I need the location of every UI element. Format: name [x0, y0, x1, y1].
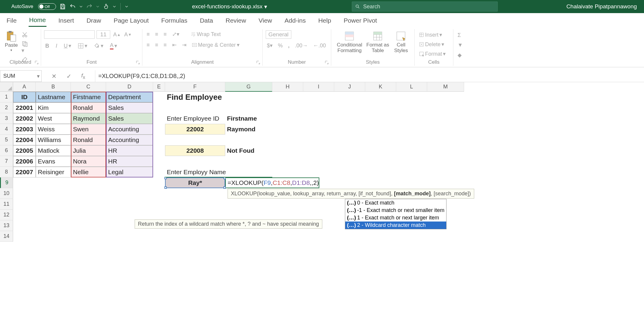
- cell-F4[interactable]: 22002: [165, 124, 225, 135]
- copy-icon[interactable]: ▾: [21, 40, 28, 54]
- cell-A3[interactable]: 22002: [13, 113, 36, 124]
- autocomplete-item[interactable]: (…)2 - Wildcard character match: [345, 222, 446, 229]
- underline-button[interactable]: U ▾: [63, 42, 72, 50]
- indent-decrease-icon[interactable]: ⇤: [171, 41, 178, 49]
- accounting-format-icon[interactable]: $▾: [266, 42, 274, 49]
- autosum-icon[interactable]: Σ: [456, 32, 462, 39]
- cell-C1[interactable]: Firstname: [71, 92, 106, 102]
- cell-C6[interactable]: Julia: [71, 145, 106, 156]
- tab-addins[interactable]: Add-ins: [284, 15, 306, 26]
- cell-D2[interactable]: Sales: [106, 102, 153, 113]
- bold-button[interactable]: B: [44, 42, 50, 50]
- formula-input[interactable]: =XLOOKUP(F9,C1:C8,D1:D8,,2): [95, 70, 644, 82]
- cell-B2[interactable]: Kim: [36, 102, 71, 113]
- select-all-button[interactable]: [0, 82, 13, 92]
- italic-button[interactable]: I: [55, 42, 58, 50]
- cell-A4[interactable]: 22003: [13, 124, 36, 135]
- tab-file[interactable]: File: [6, 15, 17, 26]
- col-header-A[interactable]: A: [13, 82, 36, 92]
- cell-A1[interactable]: ID: [13, 92, 36, 102]
- cell-A8[interactable]: 22007: [13, 167, 36, 177]
- cell-G9-editing[interactable]: =XLOOKUP(F9,C1:C8,D1:D8,,2): [225, 177, 319, 188]
- row-header-11[interactable]: 11: [0, 199, 13, 210]
- chevron-down-icon[interactable]: ▾: [37, 73, 40, 79]
- orientation-icon[interactable]: ⤢▾: [171, 30, 181, 38]
- col-header-I[interactable]: I: [303, 82, 334, 92]
- wrap-text-button[interactable]: Wrap Text: [189, 31, 222, 38]
- dialog-launcher-icon[interactable]: [324, 60, 329, 65]
- conditional-formatting-button[interactable]: Conditional Formatting: [334, 30, 365, 53]
- cut-icon[interactable]: [21, 32, 28, 38]
- file-name[interactable]: excel-functions-xlookup.xlsx ▾: [192, 3, 267, 10]
- tab-review[interactable]: Review: [225, 15, 247, 26]
- tab-data[interactable]: Data: [199, 15, 214, 26]
- cell-A2[interactable]: 22001: [13, 102, 36, 113]
- fx-icon[interactable]: fx: [81, 72, 85, 80]
- cell-C5[interactable]: Ronald: [71, 135, 106, 145]
- enter-formula-icon[interactable]: ✓: [66, 73, 71, 80]
- cell-D5[interactable]: Accounting: [106, 135, 153, 145]
- chevron-down-icon[interactable]: [96, 3, 99, 10]
- cell-F6[interactable]: 22008: [165, 145, 225, 156]
- col-header-K[interactable]: K: [365, 82, 396, 92]
- comma-format-icon[interactable]: ,: [287, 42, 291, 49]
- autocomplete-item[interactable]: (…)0 - Exact match: [345, 199, 446, 207]
- tab-draw[interactable]: Draw: [86, 15, 102, 26]
- align-center-icon[interactable]: ≡: [154, 41, 160, 49]
- name-box[interactable]: SUM ▾: [0, 70, 42, 82]
- autocomplete-item[interactable]: (…)-1 - Exact match or next smaller item: [345, 207, 446, 214]
- decrease-decimal-icon[interactable]: ←.00: [312, 42, 327, 49]
- tab-power-pivot[interactable]: Power Pivot: [343, 15, 378, 26]
- col-header-G[interactable]: G: [225, 82, 272, 92]
- increase-decimal-icon[interactable]: .00→: [294, 42, 309, 49]
- merge-center-button[interactable]: Merge & Center ▾: [191, 41, 241, 49]
- redo-icon[interactable]: [86, 3, 93, 10]
- autocomplete-item[interactable]: (…)1 - Exact match or next larger item: [345, 214, 446, 222]
- align-left-icon[interactable]: ≡: [145, 41, 151, 49]
- format-as-table-button[interactable]: Format as Table: [366, 30, 390, 53]
- saved-dropdown-icon[interactable]: ▾: [264, 3, 267, 10]
- row-header-5[interactable]: 5: [0, 135, 13, 145]
- row-header-13[interactable]: 13: [0, 220, 13, 231]
- tab-help[interactable]: Help: [318, 15, 332, 26]
- paste-button[interactable]: Paste ▾: [3, 30, 20, 52]
- enter-name-label[interactable]: Enter Employy Name: [165, 167, 254, 177]
- col-header-L[interactable]: L: [396, 82, 427, 92]
- grow-font-icon[interactable]: A▴: [112, 31, 121, 38]
- col-header-M[interactable]: M: [427, 82, 464, 92]
- col-header-D[interactable]: D: [106, 82, 153, 92]
- fill-color-button[interactable]: ▾: [93, 42, 105, 50]
- font-size-select[interactable]: 11: [97, 30, 110, 39]
- delete-cells-button[interactable]: Delete ▾: [418, 40, 445, 48]
- align-right-icon[interactable]: ≡: [162, 41, 168, 49]
- cell-G4[interactable]: Raymond: [225, 124, 272, 135]
- row-header-2[interactable]: 2: [0, 102, 13, 113]
- dialog-launcher-icon[interactable]: [34, 60, 39, 65]
- chevron-down-icon[interactable]: [113, 3, 116, 10]
- cell-B1[interactable]: Lastname: [36, 92, 71, 102]
- align-top-icon[interactable]: ≡: [145, 31, 151, 38]
- cell-A6[interactable]: 22005: [13, 145, 36, 156]
- undo-icon[interactable]: [69, 3, 76, 10]
- cell-C4[interactable]: Swen: [71, 124, 106, 135]
- cancel-formula-icon[interactable]: ✕: [52, 73, 57, 80]
- cell-A5[interactable]: 22004: [13, 135, 36, 145]
- grid[interactable]: IDLastnameFirstnameDepartment22001KimRon…: [13, 92, 644, 247]
- chevron-down-icon[interactable]: [79, 3, 83, 10]
- row-header-7[interactable]: 7: [0, 156, 13, 167]
- tab-page-layout[interactable]: Page Layout: [113, 15, 149, 26]
- fill-icon[interactable]: ▼: [456, 41, 464, 49]
- row-header-10[interactable]: 10: [0, 188, 13, 199]
- search-input[interactable]: [363, 4, 494, 10]
- cell-G6[interactable]: Not Foud: [225, 145, 272, 156]
- cell-B7[interactable]: Evans: [36, 156, 71, 167]
- row-header-6[interactable]: 6: [0, 145, 13, 156]
- row-header-3[interactable]: 3: [0, 113, 13, 124]
- row-header-12[interactable]: 12: [0, 210, 13, 220]
- font-color-button[interactable]: A ▾: [109, 42, 118, 50]
- cell-D3[interactable]: Sales: [106, 113, 153, 124]
- autosave-toggle[interactable]: Off: [38, 3, 56, 10]
- cell-B8[interactable]: Reisinger: [36, 167, 71, 177]
- touch-mode-icon[interactable]: [102, 3, 110, 10]
- col-header-C[interactable]: C: [71, 82, 106, 92]
